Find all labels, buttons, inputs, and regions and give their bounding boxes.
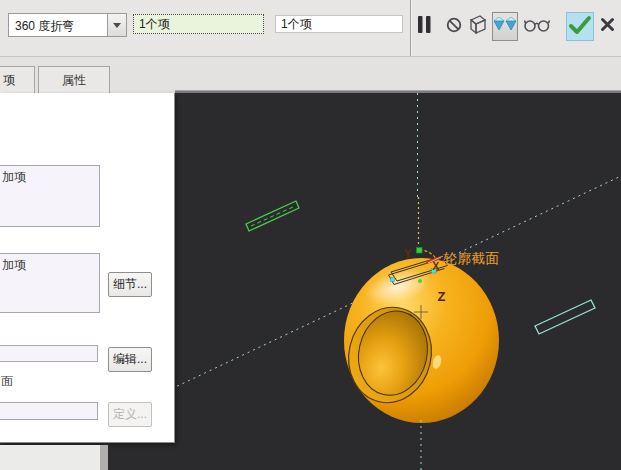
panel-scrollbar-band[interactable] [100, 445, 108, 470]
attached-preview-icon [494, 17, 516, 36]
collector-listbox-1[interactable]: 加项 [0, 165, 100, 227]
combo-dropdown-button[interactable] [107, 13, 127, 37]
axis-z-label: Z [438, 289, 446, 304]
bottom-left-panel-area [0, 445, 100, 470]
feature-type-combo[interactable]: 360 度折弯 [8, 13, 108, 37]
attached-preview-toggle-selected[interactable] [492, 12, 518, 41]
dashboard-toolbar: 360 度折弯 1个项 1个项 [0, 0, 621, 57]
no-preview-button[interactable] [445, 18, 462, 35]
placement-point-green[interactable] [417, 248, 423, 254]
verify-glasses-icon [524, 17, 550, 37]
tab-properties[interactable]: 属性 [38, 66, 110, 93]
ok-check-icon [568, 15, 592, 39]
face-label: 面 [1, 373, 13, 390]
pause-button[interactable] [417, 17, 432, 35]
wireframe-preview-button[interactable] [466, 14, 490, 38]
dropdown-arrow-icon [113, 22, 122, 28]
verify-button[interactable] [523, 18, 550, 35]
ok-button[interactable] [566, 12, 594, 41]
axis-x-label: X [433, 261, 440, 272]
pause-icon [418, 16, 431, 37]
define-button-disabled[interactable]: 定义... [108, 402, 152, 427]
tabstrip-bottom-edge [175, 90, 621, 93]
edit-button[interactable]: 编辑... [108, 347, 152, 372]
no-preview-icon [446, 17, 462, 37]
axis-y-label: Y [404, 247, 412, 261]
details-button[interactable]: 细节... [108, 272, 152, 297]
reference-field-2[interactable] [0, 402, 98, 420]
wireframe-preview-icon [467, 14, 489, 39]
references-collector-field[interactable]: 1个项 [133, 14, 264, 34]
options-panel: 加项 加项 细节... 编辑... 面 定义... [0, 93, 175, 443]
drag-handle [391, 278, 395, 282]
close-icon [600, 17, 615, 36]
tab-options[interactable]: 项 [0, 66, 35, 93]
secondary-collector-field[interactable]: 1个项 [275, 15, 403, 33]
reference-field-1[interactable] [0, 345, 98, 362]
profile-section-annotation[interactable]: 轮廓截面 [444, 251, 500, 266]
cancel-button[interactable] [598, 17, 616, 35]
sketch-point [418, 279, 422, 283]
toolbar-separator [411, 0, 412, 56]
collector-listbox-2[interactable]: 加项 [0, 253, 100, 313]
